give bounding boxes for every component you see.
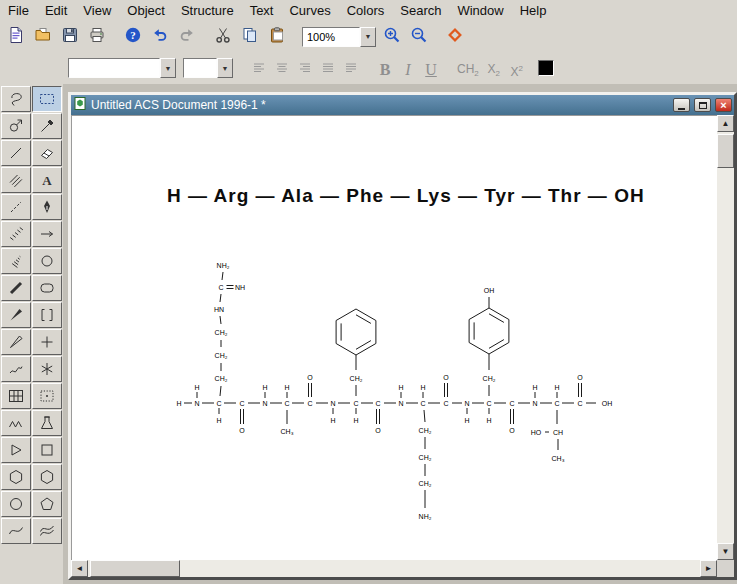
circle-tool[interactable] bbox=[1, 491, 31, 517]
atom-label[interactable]: H bbox=[486, 417, 491, 424]
scroll-left-button[interactable]: ◄ bbox=[71, 560, 88, 577]
maximize-button[interactable] bbox=[694, 98, 711, 112]
atom-label[interactable]: CH₃ bbox=[281, 428, 294, 435]
underline-button[interactable]: U bbox=[421, 57, 441, 79]
marquee-tool[interactable] bbox=[32, 86, 62, 112]
atom-label[interactable]: H bbox=[194, 384, 199, 391]
atom-label[interactable]: O bbox=[307, 374, 313, 381]
horizontal-scroll-thumb[interactable] bbox=[90, 560, 180, 577]
benzene-ring-tool[interactable] bbox=[32, 464, 62, 490]
atom-label[interactable]: CH₂ bbox=[215, 375, 228, 382]
align-left-button[interactable] bbox=[249, 57, 269, 79]
atom-label[interactable]: CH bbox=[553, 429, 563, 436]
pencil-bond-tool[interactable] bbox=[32, 113, 62, 139]
text-tool[interactable]: A bbox=[32, 167, 62, 193]
atom-label[interactable]: C bbox=[443, 400, 448, 407]
atom-label[interactable]: O bbox=[239, 427, 245, 434]
atom-label[interactable]: H bbox=[330, 417, 335, 424]
peptide-structure[interactable]: HNCCNCCNCCNCCNCCNCCOHHHHHHHHHHHHHOOOOOOC… bbox=[84, 115, 714, 560]
arrow-tool[interactable] bbox=[32, 221, 62, 247]
template-tool[interactable] bbox=[32, 410, 62, 436]
atom-label[interactable]: O bbox=[577, 374, 583, 381]
clean-structure-button[interactable] bbox=[442, 24, 468, 50]
atom-label[interactable]: N bbox=[398, 400, 403, 407]
minimize-button[interactable] bbox=[673, 98, 690, 112]
atom-number-tool[interactable] bbox=[32, 383, 62, 409]
reaction-map-tool[interactable] bbox=[1, 113, 31, 139]
atom-label[interactable]: O bbox=[509, 427, 515, 434]
new-document-button[interactable] bbox=[3, 24, 29, 50]
atom-label[interactable]: NH₂ bbox=[419, 513, 432, 520]
atom-label[interactable]: HN bbox=[214, 306, 224, 313]
atom-label[interactable]: C bbox=[554, 400, 559, 407]
font-combo-dropdown-icon[interactable]: ▼ bbox=[160, 58, 176, 78]
zoom-combo-dropdown-icon[interactable]: ▼ bbox=[360, 27, 376, 47]
italic-button[interactable]: I bbox=[398, 57, 418, 79]
paste-button[interactable] bbox=[264, 24, 290, 50]
atom-label[interactable]: O bbox=[375, 427, 381, 434]
align-center-button[interactable] bbox=[272, 57, 292, 79]
zoom-in-button[interactable] bbox=[379, 24, 405, 50]
atom-label[interactable]: C bbox=[284, 400, 289, 407]
wavy-bond-tool[interactable] bbox=[1, 356, 31, 382]
help-button[interactable]: ? bbox=[120, 24, 146, 50]
single-bond-tool[interactable] bbox=[1, 140, 31, 166]
print-button[interactable] bbox=[84, 24, 110, 50]
align-full-button[interactable] bbox=[341, 57, 361, 79]
scroll-down-button[interactable]: ▼ bbox=[717, 543, 734, 560]
scroll-up-button[interactable]: ▲ bbox=[717, 115, 734, 132]
atom-label[interactable]: C bbox=[486, 400, 491, 407]
multiple-bond-tool[interactable] bbox=[1, 167, 31, 193]
close-button[interactable]: × bbox=[715, 98, 732, 112]
rounded-rectangle-tool[interactable] bbox=[32, 275, 62, 301]
curve-tool[interactable] bbox=[1, 518, 31, 544]
ring-bond[interactable] bbox=[336, 309, 376, 355]
save-button[interactable] bbox=[57, 24, 83, 50]
align-right-button[interactable] bbox=[295, 57, 315, 79]
bold-button[interactable]: B bbox=[375, 57, 395, 79]
atom-label[interactable]: CH₂ bbox=[483, 375, 496, 382]
bond[interactable] bbox=[424, 410, 425, 422]
atom-label[interactable]: CH₂ bbox=[215, 329, 228, 336]
horizontal-scrollbar[interactable]: ◄ ► bbox=[71, 560, 717, 577]
atom-label[interactable]: OH bbox=[602, 400, 613, 407]
formula-button[interactable]: CH2 bbox=[455, 57, 481, 79]
size-combo-dropdown-icon[interactable]: ▼ bbox=[217, 58, 233, 78]
orbital-tool[interactable] bbox=[32, 248, 62, 274]
redo-button[interactable] bbox=[174, 24, 200, 50]
vertical-scrollbar[interactable]: ▲ ▼ bbox=[717, 115, 734, 560]
drawing-canvas[interactable]: H — Arg — Ala — Phe — Lys — Tyr — Thr — … bbox=[71, 115, 717, 560]
menu-edit[interactable]: Edit bbox=[37, 0, 75, 21]
lasso-tool[interactable] bbox=[1, 86, 31, 112]
atom-label[interactable]: H bbox=[554, 384, 559, 391]
atom-label[interactable]: OH bbox=[484, 287, 495, 294]
atom-label[interactable]: NH bbox=[235, 284, 245, 291]
atom-label[interactable]: NH₂ bbox=[217, 262, 230, 269]
atom-label[interactable]: O bbox=[443, 374, 449, 381]
atom-label[interactable]: HO bbox=[531, 429, 542, 436]
vertical-scroll-track[interactable] bbox=[717, 132, 734, 543]
hashed-wedge-bond-tool[interactable] bbox=[1, 248, 31, 274]
menu-curves[interactable]: Curves bbox=[281, 0, 338, 21]
menu-search[interactable]: Search bbox=[392, 0, 449, 21]
attachment-point-tool[interactable] bbox=[32, 356, 62, 382]
menu-object[interactable]: Object bbox=[119, 0, 173, 21]
atom-label[interactable]: C bbox=[509, 400, 514, 407]
atom-label[interactable]: H bbox=[398, 384, 403, 391]
bold-bond-tool[interactable] bbox=[1, 275, 31, 301]
atom-label[interactable]: N bbox=[194, 400, 199, 407]
zoom-out-button[interactable] bbox=[406, 24, 432, 50]
open-button[interactable] bbox=[30, 24, 56, 50]
menu-help[interactable]: Help bbox=[512, 0, 555, 21]
atom-label[interactable]: CH₃ bbox=[552, 455, 565, 462]
subscript-button[interactable]: X2 bbox=[484, 57, 504, 79]
atom-label[interactable]: N bbox=[464, 400, 469, 407]
atom-label[interactable]: H bbox=[284, 384, 289, 391]
ring-bond[interactable] bbox=[469, 308, 509, 354]
atom-label[interactable]: H bbox=[353, 417, 358, 424]
vertical-scroll-thumb[interactable] bbox=[717, 134, 734, 168]
bond[interactable] bbox=[222, 272, 223, 280]
atom-label[interactable]: C bbox=[577, 400, 582, 407]
freehand-curve-tool[interactable] bbox=[32, 518, 62, 544]
atom-label[interactable]: CH₂ bbox=[215, 352, 228, 359]
